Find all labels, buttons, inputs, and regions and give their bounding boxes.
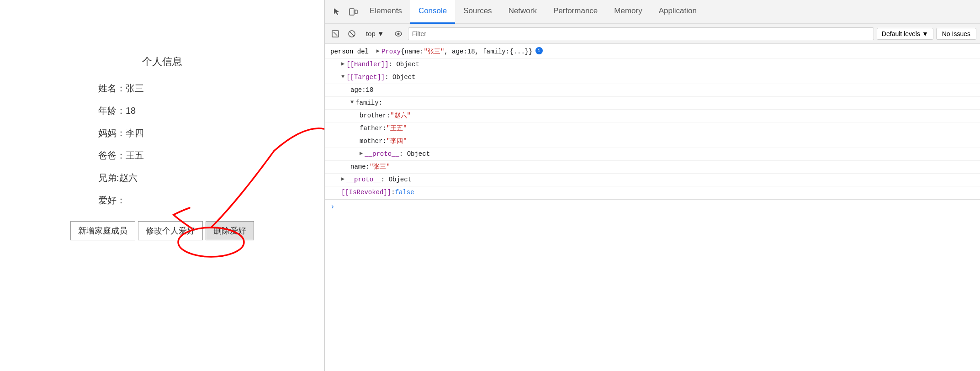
proxy-name-key: name: bbox=[404, 47, 424, 57]
info-row-age: 年龄：18 bbox=[89, 105, 235, 117]
action-buttons: 新增家庭成员 修改个人爱好 删除爱好 bbox=[70, 221, 254, 240]
target-value: : Object bbox=[385, 73, 415, 82]
expand-family-icon[interactable]: ▼ bbox=[350, 98, 354, 106]
dropdown-arrow-icon: ▼ bbox=[377, 30, 384, 37]
console-output: person del ▶ Proxy { name: "张三" , age: 1… bbox=[325, 44, 980, 371]
name-value: "张三" bbox=[370, 162, 390, 172]
modify-hobby-button[interactable]: 修改个人爱好 bbox=[138, 221, 203, 240]
proxy-brace-open: { bbox=[401, 47, 404, 57]
target-line: ▼ [[Target]] : Object bbox=[325, 71, 980, 84]
console-prefix: person del bbox=[330, 47, 376, 57]
levels-dropdown[interactable]: Default levels ▼ bbox=[877, 28, 933, 40]
clear-console-button[interactable] bbox=[328, 27, 342, 41]
isrevoked-line: [[IsRevoked]] : false bbox=[325, 186, 980, 199]
father-key: father: bbox=[360, 124, 387, 133]
prompt-arrow-icon: › bbox=[330, 203, 335, 211]
info-row-hobby: 爱好： bbox=[89, 194, 235, 207]
proxy-name-val: "张三" bbox=[424, 47, 445, 57]
eye-icon bbox=[394, 30, 403, 38]
console-toolbar: top ▼ Default levels ▼ No Issues bbox=[325, 24, 980, 44]
svg-rect-1 bbox=[350, 9, 354, 15]
isrevoked-value: false bbox=[395, 188, 414, 197]
device-toggle-button[interactable] bbox=[345, 4, 361, 20]
target-label: [[Target]] bbox=[346, 73, 385, 82]
stop-icon bbox=[331, 30, 339, 38]
expand-handler-icon[interactable]: ▶ bbox=[341, 60, 344, 68]
levels-arrow-icon: ▼ bbox=[922, 30, 928, 37]
issues-button[interactable]: No Issues bbox=[936, 28, 976, 40]
father-value: "王五" bbox=[387, 124, 407, 133]
info-row-brother: 兄弟:赵六 bbox=[89, 172, 235, 184]
isrevoked-label: [[IsRevoked]] bbox=[341, 188, 391, 197]
proto2-value: : Object bbox=[381, 175, 412, 185]
brother-value: "赵六" bbox=[390, 111, 411, 121]
age-value: 18 bbox=[366, 85, 374, 95]
family-key: family: bbox=[355, 98, 382, 108]
proxy-age-val: 18 bbox=[467, 47, 475, 57]
expand-proto2-icon[interactable]: ▶ bbox=[341, 175, 344, 183]
proto1-line: ▶ __proto__ : Object bbox=[325, 148, 980, 161]
tab-performance[interactable]: Performance bbox=[545, 0, 606, 24]
expand-proto1-icon[interactable]: ▶ bbox=[360, 149, 363, 158]
device-icon bbox=[349, 7, 358, 16]
cursor-icon bbox=[332, 7, 341, 16]
proto1-value: : Object bbox=[399, 149, 430, 159]
mother-key: mother: bbox=[360, 137, 387, 146]
info-title: 个人信息 bbox=[142, 55, 182, 69]
proxy-age-key: , age: bbox=[444, 47, 467, 57]
console-log-line: person del ▶ Proxy { name: "张三" , age: 1… bbox=[325, 46, 980, 58]
info-row-dad: 爸爸：王五 bbox=[89, 149, 235, 162]
mother-line: mother: "李四" bbox=[325, 135, 980, 148]
tab-application[interactable]: Application bbox=[651, 0, 705, 24]
age-line: age: 18 bbox=[325, 84, 980, 97]
tab-console[interactable]: Console bbox=[410, 0, 455, 24]
age-key: age: bbox=[350, 85, 366, 95]
delete-hobby-button[interactable]: 删除爱好 bbox=[206, 221, 254, 240]
tab-sources[interactable]: Sources bbox=[455, 0, 500, 24]
block-button[interactable] bbox=[345, 27, 359, 41]
expand-proxy-icon[interactable]: ▶ bbox=[376, 47, 380, 55]
info-row-mom: 妈妈：李四 bbox=[89, 127, 235, 139]
info-row-name: 姓名：张三 bbox=[89, 82, 235, 95]
proto2-label: __proto__ bbox=[346, 175, 381, 185]
isrevoked-colon: : bbox=[391, 188, 395, 197]
eye-button[interactable] bbox=[392, 27, 405, 41]
svg-line-4 bbox=[334, 32, 337, 36]
handler-label: [[Handler]] bbox=[346, 60, 388, 69]
tab-elements[interactable]: Elements bbox=[361, 0, 410, 24]
add-family-button[interactable]: 新增家庭成员 bbox=[70, 221, 135, 240]
father-line: father: "王五" bbox=[325, 122, 980, 135]
proxy-label: Proxy bbox=[381, 47, 401, 57]
brother-key: brother: bbox=[360, 111, 390, 121]
proto2-line: ▶ __proto__ : Object bbox=[325, 174, 980, 186]
tab-network[interactable]: Network bbox=[500, 0, 545, 24]
brother-line: brother: "赵六" bbox=[325, 110, 980, 122]
block-icon bbox=[348, 30, 356, 38]
handler-line: ▶ [[Handler]] : Object bbox=[325, 58, 980, 71]
name-line: name: "张三" bbox=[325, 161, 980, 174]
family-line: ▼ family: bbox=[325, 97, 980, 110]
info-icon[interactable]: i bbox=[535, 47, 543, 54]
top-dropdown[interactable]: top ▼ bbox=[361, 28, 389, 39]
inspect-element-button[interactable] bbox=[328, 4, 345, 20]
proxy-family-key: , family: bbox=[475, 47, 510, 57]
filter-input[interactable] bbox=[408, 27, 874, 40]
left-panel: 个人信息 姓名：张三 年龄：18 妈妈：李四 爸爸：王五 兄弟:赵六 爱好： 新… bbox=[0, 0, 324, 371]
svg-point-8 bbox=[397, 32, 399, 35]
devtools-tab-bar: Elements Console Sources Network Perform… bbox=[325, 0, 980, 24]
devtools-panel: Elements Console Sources Network Perform… bbox=[324, 0, 980, 371]
handler-value: : Object bbox=[389, 60, 419, 69]
svg-line-6 bbox=[350, 32, 354, 36]
tab-memory[interactable]: Memory bbox=[606, 0, 650, 24]
name-key: name: bbox=[350, 162, 370, 172]
expand-target-icon[interactable]: ▼ bbox=[341, 73, 344, 81]
console-prompt-line: › bbox=[325, 199, 980, 214]
proto1-label: __proto__ bbox=[365, 149, 399, 159]
proxy-family-val: {...}} bbox=[509, 47, 532, 57]
mother-value: "李四" bbox=[387, 137, 407, 146]
svg-rect-2 bbox=[355, 10, 357, 14]
